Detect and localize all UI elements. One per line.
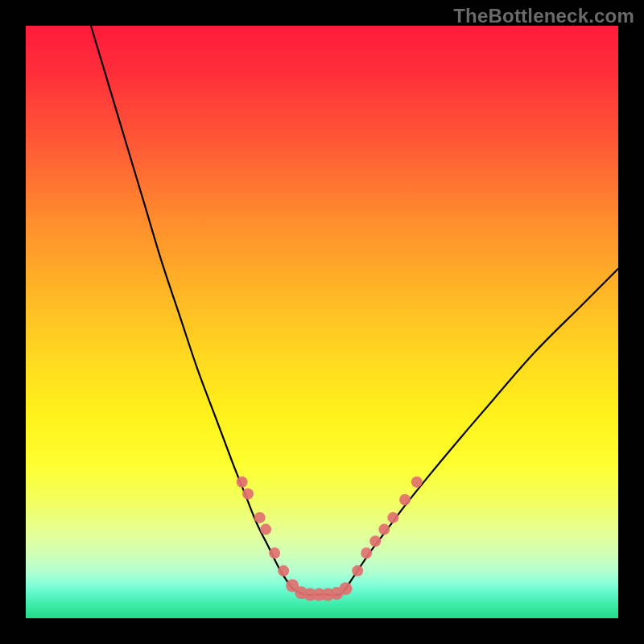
data-marker: [369, 535, 381, 547]
data-marker: [387, 512, 398, 523]
data-marker: [278, 565, 289, 576]
data-marker: [378, 524, 390, 535]
data-marker: [260, 524, 271, 535]
data-marker: [339, 582, 352, 595]
series-right-curve: [345, 269, 618, 588]
curve-layer: [26, 26, 618, 618]
data-marker: [269, 547, 280, 559]
series-left-curve: [91, 26, 292, 588]
watermark-text: TheBottleneck.com: [453, 5, 634, 27]
data-marker: [237, 477, 248, 488]
data-marker: [399, 494, 411, 506]
data-marker: [411, 477, 423, 488]
data-marker: [352, 565, 363, 576]
data-marker: [361, 547, 372, 559]
plot-area: [26, 26, 618, 618]
data-marker: [254, 512, 266, 523]
data-marker: [242, 488, 254, 499]
chart-frame: TheBottleneck.com: [0, 0, 644, 644]
